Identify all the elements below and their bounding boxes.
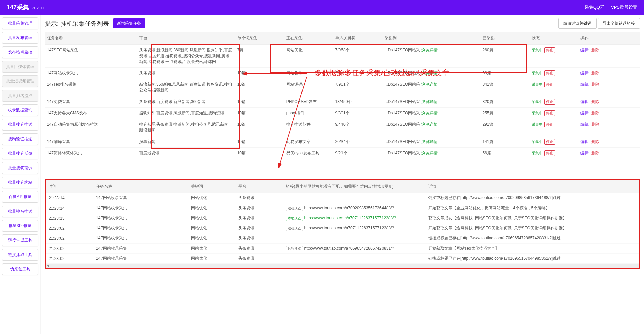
sidebar-item-15[interactable]: 链接生成工具	[2, 234, 38, 246]
log-th-kw: 关键词	[188, 180, 236, 193]
remote-preview-tag[interactable]: 远程预览	[286, 246, 303, 251]
sidebar-item-17[interactable]: 伪原创工具	[2, 263, 38, 275]
sidebar-item-2[interactable]: 发布站点监控	[2, 46, 38, 58]
remote-preview-tag[interactable]: 远程预览	[286, 226, 303, 231]
edit-link[interactable]: 编辑	[580, 82, 589, 87]
sidebar-item-6[interactable]: 收录数据查询	[2, 104, 38, 116]
sidebar-item-8[interactable]: 搜狗验证推送	[2, 133, 38, 145]
sidebar-item-16[interactable]: 链接抓取工具	[2, 249, 38, 261]
log-link: 本地预览https://www.toutiao.com/a70711226371…	[283, 213, 426, 223]
delete-link[interactable]: 删除	[591, 111, 599, 115]
log-row: 21:23:02:147网站收录采集网站优化头条资讯远程预览http://www…	[46, 223, 639, 233]
log-link: 远程预览http://www.toutiao.com/a706965472865…	[283, 244, 426, 254]
edit-link[interactable]: 编辑	[580, 48, 589, 52]
delete-link[interactable]: 删除	[591, 99, 599, 104]
edit-link[interactable]: 编辑	[580, 111, 589, 115]
cell-collected: 260篇	[481, 45, 530, 68]
edit-link[interactable]: 编辑	[580, 71, 589, 75]
cell-name: 147简体转繁体采集	[45, 148, 137, 159]
delete-link[interactable]: 删除	[591, 122, 599, 127]
cell-name: 147翻译采集	[45, 136, 137, 148]
log-keyword: 网站优化	[188, 254, 236, 264]
app-version: v1.2.9.1	[32, 6, 45, 10]
task-row: 147支持各大CMS发布搜狗知乎,百度资讯,凤凰新闻,百度知道,搜狗资讯10篇p…	[45, 108, 640, 119]
edit-link[interactable]: 编辑	[580, 122, 589, 127]
header-link-vps[interactable]: VPS拨号设置	[611, 4, 637, 10]
sidebar-item-11[interactable]: 批量搜狗绑站	[2, 177, 38, 188]
log-platform: 头条资讯	[236, 223, 283, 233]
stop-button[interactable]: 停止	[544, 150, 555, 156]
log-row: 21:23:14:147网站收录采集网站优化头条资讯链接或标题已存在[http:…	[46, 193, 639, 203]
sidebar-item-3: 批量目媒体管理	[2, 61, 38, 73]
browse-detail-link[interactable]: 浏览详情	[421, 151, 438, 155]
log-platform: 头条资讯	[236, 203, 283, 213]
cell-target: ...D:\147SEO网站采 浏览详情	[383, 96, 481, 108]
edit-link[interactable]: 编辑	[580, 139, 589, 144]
cell-keywords: 9/21个	[333, 148, 383, 159]
header-link-qq[interactable]: 采集QQ群	[585, 4, 604, 10]
delete-link[interactable]: 删除	[591, 82, 599, 87]
export-errors-button[interactable]: 导出全部错误链接	[598, 18, 640, 29]
cell-platform: 搜狗知乎,头条资讯,搜狐新闻,搜狗公众号,腾讯新闻,新浪新闻	[137, 119, 235, 136]
main-content: 提示: 挂机采集任务列表 新增采集任务 编辑过滤关键词 导出全部错误链接 任务名…	[41, 15, 644, 334]
delete-link[interactable]: 删除	[591, 71, 599, 75]
task-row: 147自动采集为原创发布推送搜狗知乎,头条资讯,搜狐新闻,搜狗公众号,腾讯新闻,…	[45, 119, 640, 136]
browse-detail-link[interactable]: 浏览详情	[421, 111, 438, 115]
browse-detail-link[interactable]: 浏览详情	[421, 48, 438, 52]
cell-action: 编辑|删除	[578, 108, 640, 119]
log-detail: 链接或标题已存在[http://www.toutiao.com/a7002098…	[426, 193, 639, 203]
filter-keywords-button[interactable]: 编辑过滤关键词	[558, 18, 597, 29]
sidebar-item-7[interactable]: 批量搜狗推送	[2, 119, 38, 131]
cell-name: 147seo排名采集	[45, 79, 137, 96]
delete-link[interactable]: 删除	[591, 151, 599, 155]
sidebar-item-9[interactable]: 批量搜狗反馈	[2, 148, 38, 159]
log-platform: 头条资讯	[236, 233, 283, 244]
log-detail: 链接或标题已存在[http://www.toutiao.com/a7069654…	[426, 233, 639, 244]
stop-button[interactable]: 停止	[544, 47, 555, 53]
stop-button[interactable]: 停止	[544, 122, 555, 127]
edit-link[interactable]: 编辑	[580, 99, 589, 104]
task-row: 147网站收录采集头条资讯10篇网站收录2/5个...D:\147SEO网站采 …	[45, 68, 640, 79]
log-time: 21:23:14:	[46, 193, 93, 203]
delete-link[interactable]: 删除	[591, 48, 599, 52]
log-row: 21:23:02:147网站收录采集网站优化头条资讯链接或标题已存在[http:…	[46, 254, 639, 264]
th-status: 状态	[530, 32, 579, 45]
log-time: 21:23:02:	[46, 223, 93, 233]
edit-link[interactable]: 编辑	[580, 151, 589, 155]
sidebar-item-12[interactable]: 百度API推送	[2, 191, 38, 203]
cell-status: 采集中停止	[530, 79, 579, 96]
cell-collected: 291篇	[481, 119, 530, 136]
browse-detail-link[interactable]: 浏览详情	[421, 122, 438, 127]
log-row: 21:23:13:147网站收录采集网站优化头条资讯本地预览https://ww…	[46, 213, 639, 223]
log-section: 时间 任务名称 关键词 平台 链接(最小的网站可能没有匹配，如需要可群内反馈增加…	[45, 179, 640, 269]
stop-button[interactable]: 停止	[544, 70, 555, 76]
cell-action: 编辑|删除	[578, 119, 640, 136]
local-preview-tag[interactable]: 本地预览	[286, 216, 303, 221]
sidebar-item-14[interactable]: 批量360推送	[2, 220, 38, 232]
browse-detail-link[interactable]: 浏览详情	[421, 71, 438, 75]
th-name: 任务名称	[45, 32, 137, 45]
stop-button[interactable]: 停止	[544, 110, 555, 116]
browse-detail-link[interactable]: 浏览详情	[421, 99, 438, 104]
stop-button[interactable]: 停止	[544, 99, 555, 105]
cell-name: 147自动采集为原创发布推送	[45, 119, 137, 136]
sidebar-item-1[interactable]: 批量发布管理	[2, 32, 38, 44]
sidebar-item-13[interactable]: 批量神马推送	[2, 206, 38, 217]
delete-link[interactable]: 删除	[591, 139, 599, 144]
new-task-button[interactable]: 新增采集任务	[113, 18, 145, 28]
log-link	[283, 193, 426, 203]
cell-single: 10篇	[235, 148, 284, 159]
stop-button[interactable]: 停止	[544, 82, 555, 87]
browse-detail-link[interactable]: 浏览详情	[421, 82, 438, 87]
log-row: 21:23:02:147网站收录采集网站优化头条资讯链接或标题已存在[http:…	[46, 233, 639, 244]
stop-button[interactable]: 停止	[544, 139, 555, 145]
remote-preview-tag[interactable]: 远程预览	[286, 206, 303, 211]
browse-detail-link[interactable]: 浏览详情	[421, 139, 438, 144]
log-keyword: 网站优化	[188, 223, 236, 233]
cell-collecting: 网站优化	[284, 45, 333, 68]
th-action: 操作	[578, 32, 640, 45]
sidebar-item-10[interactable]: 批量搜狗投诉	[2, 162, 38, 174]
sidebar-item-0[interactable]: 批量采集管理	[2, 17, 38, 29]
cell-platform: 百度最资讯	[137, 148, 235, 159]
horizontal-scrollbar[interactable]	[46, 264, 639, 268]
